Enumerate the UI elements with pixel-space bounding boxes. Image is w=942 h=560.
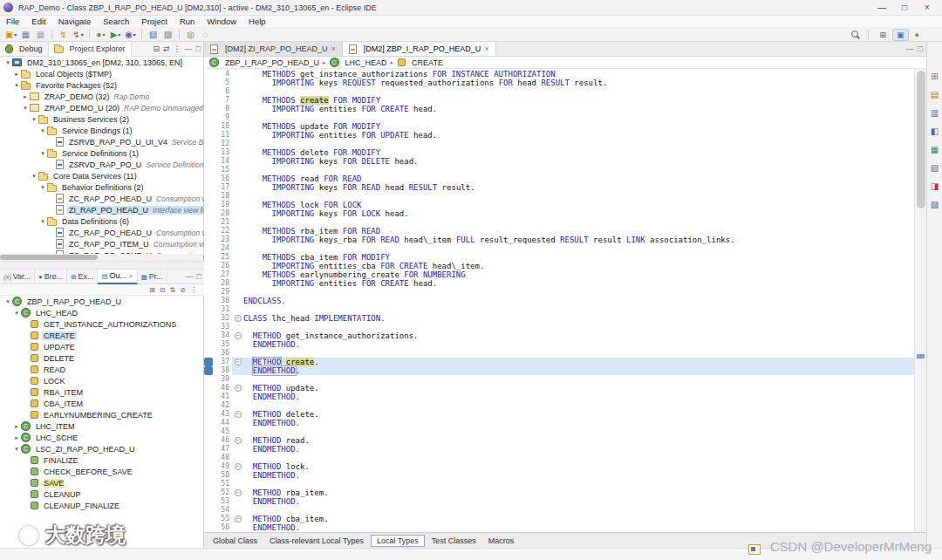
menu-search[interactable]: Search [97,17,135,26]
code-line-35[interactable]: 35 ENDMETHOD. [204,340,914,349]
outline-item-delete[interactable]: DELETE [0,352,204,364]
code-line-50[interactable]: 50 ENDMETHOD. [204,471,914,480]
collapse-arrow-icon[interactable]: ▾ [30,116,38,123]
editor-tab-dm2-zi-rap-po-head-u[interactable]: [DM2] ZI_RAP_PO_HEAD_U× [204,42,343,56]
code-line-43[interactable]: 43− METHOD delete. [204,410,914,419]
outline-item-finalize[interactable]: FINALIZE [0,454,204,466]
variables-view-tab[interactable]: (x)Var... [0,270,35,284]
code-line-19[interactable]: 19 METHODS lock FOR LOCK [204,201,914,209]
code-line-37[interactable]: 37− METHOD create. [204,358,914,366]
code-line-28[interactable]: 28 IMPORTING entities FOR CREATE head. [204,279,914,288]
open-perspective-button[interactable]: ⊞ [877,29,891,41]
code-line-46[interactable]: 46− METHOD read. [204,436,914,445]
outline-item-lhc-head[interactable]: ▾LHC_HEAD [0,307,204,318]
expand-all-icon[interactable]: ⊞ [149,286,155,294]
minimize-editor-icon[interactable]: — [906,44,914,53]
code-line-17[interactable]: 17 IMPORTING keys FOR READ head RESULT r… [204,183,914,192]
fold-marker-icon[interactable]: − [232,331,243,340]
code-line-33[interactable]: 33 [204,323,914,331]
search-icon[interactable] [850,30,860,39]
code-line-4[interactable]: 4 METHODS get_instance_authorizations FO… [204,70,914,79]
code-line-20[interactable]: 20 IMPORTING keys FOR LOCK head. [204,209,914,218]
project-item-core-data-services-11[interactable]: ▾Core Data Services (11) [0,170,204,181]
code-line-29[interactable]: 29 [204,288,914,297]
code-line-36[interactable]: 36 [204,349,914,358]
link-with-editor-icon[interactable]: ⇄ [163,42,170,57]
restore-transport-organizer-view-icon[interactable]: ▤ [931,90,939,100]
outline-item-save[interactable]: SAVE [0,477,204,488]
fold-marker-icon[interactable]: − [232,488,243,497]
outline-item-update[interactable]: UPDATE [0,341,204,352]
fold-marker-icon[interactable]: − [232,358,243,366]
maximize-window-button[interactable]: □ [893,3,916,12]
project-item-zc-rap-po-head-u[interactable]: ZC_RAP_PO_HEAD_UConsumption vi... [0,193,204,204]
collapse-arrow-icon[interactable]: ▾ [21,105,30,112]
fold-marker-icon[interactable]: − [232,436,243,445]
close-tab-icon[interactable]: × [484,44,488,53]
minimize-window-button[interactable]: — [870,3,893,12]
project-item-favorite-packages-52[interactable]: ▾Favorite Packages (52) [0,79,204,91]
breadcrumb-item-lhc-head[interactable]: LHC_HEAD [330,58,387,67]
collapse-arrow-icon[interactable]: ▾ [12,310,21,317]
activate-multiple-icon[interactable]: ↯▾ [72,28,85,41]
collapse-arrow-icon[interactable]: ▾ [12,82,21,89]
project-item-local-objects-tmp[interactable]: ▸Local Objects ($TMP) [0,68,204,79]
view-menu-icon[interactable]: ⋮ [190,286,197,294]
maximize-view-icon[interactable]: □ [196,42,201,57]
collapse-arrow-icon[interactable]: ▾ [38,150,47,157]
menu-project[interactable]: Project [135,17,174,26]
code-line-9[interactable]: 9 [204,113,914,122]
project-item-zrap-demo-32[interactable]: ▸ZRAP_DEMO (32)Rap Demo [0,91,204,102]
fold-marker-icon[interactable]: − [232,410,243,419]
expand-arrow-icon[interactable]: ▸ [21,93,30,100]
project-item-data-definitions-6[interactable]: ▾Data Definitions (6) [0,215,204,227]
code-line-23[interactable]: 23 IMPORTING keys_rba FOR READ head\_ite… [204,236,914,244]
debug-icon[interactable]: ●▾ [94,28,107,41]
project-explorer-hscrollbar[interactable] [0,254,203,261]
outline-item-cba-item[interactable]: CBA_ITEM [0,398,204,409]
project-item-dm2-310-13065-en-dm2-310-13065-en[interactable]: ▾DM2_310_13065_en [DM2, 310, 13065, EN] [0,57,204,68]
debug-view-tab[interactable]: Debug [0,42,49,57]
code-line-8[interactable]: 8 IMPORTING entities FOR CREATE head. [204,105,914,113]
code-line-7[interactable]: 7 METHODS create FOR MODIFY [204,96,914,105]
properties-view-tab[interactable]: ▦Pr... [138,270,167,284]
project-item-behavior-definitions-2[interactable]: ▾Behavior Definitions (2) [0,181,204,193]
expand-arrow-icon[interactable]: ▸ [12,423,21,430]
new-dropdown-arrow[interactable]: ▾ [14,31,17,38]
minimize-view-icon[interactable]: — [185,42,193,57]
code-line-21[interactable]: 21 [204,218,914,227]
expand-arrow-icon[interactable]: ▸ [12,71,21,78]
code-line-24[interactable]: 24 [204,244,914,253]
collapse-arrow-icon[interactable]: ▾ [3,298,12,305]
hscrollbar-thumb[interactable] [0,255,98,260]
code-line-10[interactable]: 10 METHODS update FOR MODIFY [204,122,914,131]
outline-item-lsc-zi-rap-po-head-u[interactable]: ▾LSC_ZI_RAP_PO_HEAD_U [0,443,204,454]
code-line-12[interactable]: 12 [204,140,914,148]
code-line-51[interactable]: 51 [204,480,914,488]
outline-item-zbp-i-rap-po-head-u[interactable]: ▾ZBP_I_RAP_PO_HEAD_U [0,296,204,307]
collapse-arrow-icon[interactable]: ▾ [30,173,38,180]
editor-section-tab-global-class[interactable]: Global Class [208,536,263,546]
save-icon[interactable]: ▦ [19,28,32,41]
project-item-zc-rap-po-head-u[interactable]: ZC_RAP_PO_HEAD_UConsumption vi... [0,227,204,238]
collapse-arrow-icon[interactable]: ▾ [12,446,21,453]
debug-perspective-button[interactable]: ● [911,29,923,41]
outline-item-earlynumbering-create[interactable]: EARLYNUMBERING_CREATE [0,409,204,420]
run-icon[interactable]: ▶▾ [109,28,122,41]
outline-item-cleanup[interactable]: CLEANUP [0,488,204,500]
code-line-11[interactable]: 11 IMPORTING entities FOR UPDATE head. [204,131,914,140]
menu-window[interactable]: Window [201,17,242,26]
expand-arrow-icon[interactable]: ▸ [12,434,21,441]
menu-edit[interactable]: Edit [25,17,51,26]
code-line-18[interactable]: 18 [204,192,914,201]
breadcrumb-item-create[interactable]: CREATE [397,58,443,67]
minimize-view-icon[interactable]: — [186,270,194,284]
code-line-39[interactable]: 39 [204,375,914,384]
fold-marker-icon[interactable]: − [232,384,243,393]
code-line-41[interactable]: 41 ENDMETHOD. [204,393,914,401]
project-item-service-definitions-1[interactable]: ▾Service Definitions (1) [0,147,204,159]
code-line-52[interactable]: 52− METHOD rba_item. [204,488,914,497]
code-line-15[interactable]: 15 [204,166,914,174]
code-line-30[interactable]: 30ENDCLASS. [204,297,914,305]
view-menu-icon[interactable]: ⋮ [174,42,181,57]
